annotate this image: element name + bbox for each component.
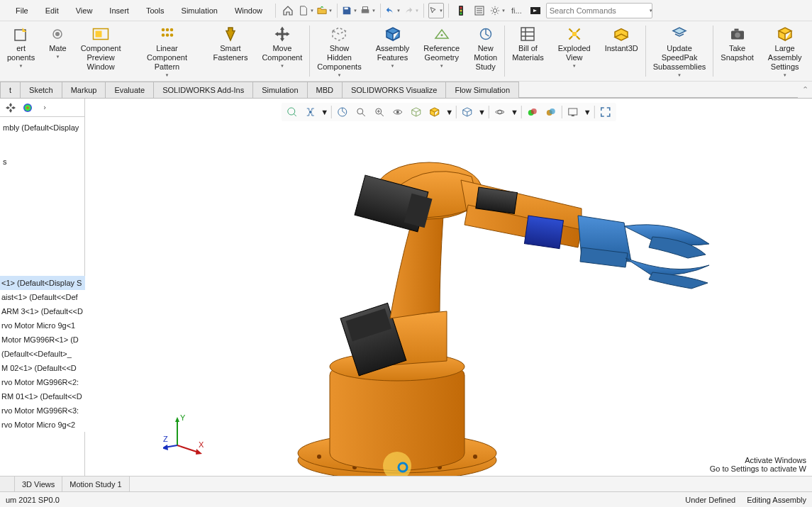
mate-icon: [49, 26, 66, 43]
status-defined: Under Defined: [685, 496, 735, 504]
fm-tab-appearance[interactable]: [20, 100, 35, 116]
ribbon-label: Large Assembly Settings: [768, 44, 802, 72]
tree-item[interactable]: rvo Motor Micro 9g<2: [0, 418, 91, 432]
fm-root[interactable]: mbly (Default<Display: [1, 121, 83, 134]
ribbon-explode[interactable]: Exploded View▼: [551, 21, 598, 81]
cm-tab-t[interactable]: t: [0, 82, 21, 98]
run-macro-icon[interactable]: [528, 3, 543, 18]
ribbon-move[interactable]: Move Component▼: [255, 21, 309, 81]
svg-rect-27: [521, 28, 534, 40]
command-search-input[interactable]: [550, 6, 647, 15]
cm-tab-sketch[interactable]: Sketch: [20, 82, 62, 98]
cm-tab-evaluate[interactable]: Evaluate: [105, 82, 154, 98]
bottom-tabs: 3D Views Motion Study 1: [0, 476, 812, 491]
cm-tab-markup[interactable]: Markup: [62, 82, 106, 98]
fm-tab-next[interactable]: ›: [37, 100, 52, 116]
ribbon-bom[interactable]: Bill of Materials: [505, 21, 551, 81]
menu-tools[interactable]: Tools: [138, 0, 173, 21]
svg-point-24: [169, 33, 173, 37]
menu-insert[interactable]: Insert: [101, 0, 138, 21]
tree-item[interactable]: Motor MG996R<1> (D: [0, 333, 91, 347]
tree-item[interactable]: aist<1> (Default<<Def: [0, 290, 91, 304]
main-area: › mbly (Default<Display s <1> (Default<D…: [0, 99, 812, 491]
pattern-icon: [159, 26, 176, 43]
tree-item[interactable]: RM 01<1> (Default<<D: [0, 389, 91, 403]
ribbon-label: Bill of Materials: [512, 44, 544, 62]
move-icon: [274, 26, 291, 43]
cm-tab-solidworks-add-ins[interactable]: SOLIDWORKS Add-Ins: [153, 82, 253, 98]
cm-tab-solidworks-visualize[interactable]: SOLIDWORKS Visualize: [342, 82, 446, 98]
svg-point-6: [460, 12, 462, 14]
ribbon-label: Reference Geometry: [423, 44, 460, 62]
ribbon-preview[interactable]: Component Preview Window: [74, 21, 128, 81]
tree-item[interactable]: rvo Motor MG996R<2:: [0, 375, 91, 389]
preview-icon: [92, 26, 109, 43]
dropdown-arrow-icon: ▼: [677, 73, 682, 77]
options-icon[interactable]: [472, 3, 487, 18]
tree-item[interactable]: <1> (Default<Display S: [0, 276, 91, 290]
filter-text[interactable]: fi...: [508, 6, 525, 15]
svg-point-20: [165, 28, 169, 32]
cm-tab-mbd[interactable]: MBD: [307, 82, 343, 98]
redo-icon[interactable]: ▼: [404, 3, 419, 18]
save-icon[interactable]: ▼: [342, 3, 357, 18]
menu-view[interactable]: View: [67, 0, 101, 21]
cm-tab-simulation[interactable]: Simulation: [252, 82, 307, 98]
svg-marker-70: [163, 445, 168, 450]
cm-tab-flow-simulation[interactable]: Flow Simulation: [445, 82, 519, 98]
svg-point-21: [169, 28, 173, 32]
bottom-tab-3dviews[interactable]: 3D Views: [15, 477, 62, 491]
tree-item[interactable]: rvo Motor MG996R<3:: [0, 403, 91, 418]
collapse-ribbon-icon[interactable]: ⌃: [798, 82, 812, 98]
menu-window[interactable]: Window: [226, 0, 271, 21]
svg-point-23: [165, 33, 169, 37]
ribbon-instant3d[interactable]: Instant3D: [598, 21, 645, 81]
undo-icon[interactable]: ▼: [385, 3, 401, 18]
ribbon-hidden[interactable]: Show Hidden Components▼: [310, 21, 368, 81]
command-manager-tabs: tSketchMarkupEvaluateSOLIDWORKS Add-InsS…: [0, 82, 812, 99]
orientation-triad[interactable]: Y X Z: [163, 413, 206, 456]
fastener-icon: [222, 26, 239, 43]
tree-item[interactable]: (Default<<Default>_: [0, 347, 91, 361]
ribbon-insert-comp[interactable]: ert ponents▼: [0, 21, 42, 81]
traffic-icon[interactable]: [453, 3, 469, 18]
svg-point-4: [460, 6, 462, 9]
ribbon-motion[interactable]: New Motion Study: [467, 21, 504, 81]
new-icon[interactable]: ▼: [299, 3, 314, 18]
svg-point-50: [473, 455, 477, 459]
command-search[interactable]: ▼: [546, 3, 652, 18]
fm-tab-config[interactable]: [3, 100, 18, 116]
fm-line2[interactable]: s: [1, 155, 83, 168]
menu-edit[interactable]: Edit: [37, 0, 67, 21]
ribbon-largeasm[interactable]: Large Assembly Settings▼: [761, 21, 809, 81]
svg-point-5: [460, 9, 462, 11]
ribbon-label: Exploded View: [558, 44, 591, 62]
ribbon-label: Component Preview Window: [81, 44, 121, 72]
menu-simulation[interactable]: Simulation: [173, 0, 226, 21]
tree-item[interactable]: M 02<1> (Default<<D: [0, 361, 91, 375]
bottom-tab-motion[interactable]: Motion Study 1: [62, 477, 129, 491]
settings-icon[interactable]: ▼: [490, 3, 506, 18]
speedpak-icon: [671, 26, 688, 43]
select-icon[interactable]: ▼: [428, 3, 444, 18]
command-ribbon: ert ponents▼Mate▼Component Preview Windo…: [0, 21, 812, 82]
menu-file[interactable]: File: [7, 0, 37, 21]
ribbon-refgeo[interactable]: Reference Geometry▼: [416, 21, 467, 81]
open-icon[interactable]: ▼: [317, 3, 333, 18]
ribbon-asmfeat[interactable]: Assembly Features▼: [369, 21, 417, 81]
largeasm-icon: [777, 26, 794, 43]
print-icon[interactable]: ▼: [360, 3, 376, 18]
ribbon-snapshot[interactable]: Take Snapshot: [713, 21, 760, 81]
svg-marker-64: [175, 417, 179, 422]
graphics-area[interactable]: ▼ ▼ ▼ ▼ ▼: [85, 99, 812, 491]
ribbon-pattern[interactable]: Linear Component Pattern▼: [128, 21, 206, 81]
bottom-tab-model[interactable]: [0, 477, 15, 491]
tree-item[interactable]: rvo Motor Micro 9g<1: [0, 318, 91, 333]
hidden-icon: [330, 26, 347, 43]
ribbon-speedpak[interactable]: Update SpeedPak Subassemblies▼: [646, 21, 713, 81]
ribbon-fastener[interactable]: Smart Fasteners: [206, 21, 255, 81]
insert-comp-icon: [13, 26, 30, 43]
home-icon[interactable]: [280, 3, 296, 18]
tree-item[interactable]: ARM 3<1> (Default<<D: [0, 304, 91, 318]
ribbon-mate[interactable]: Mate▼: [42, 21, 73, 81]
